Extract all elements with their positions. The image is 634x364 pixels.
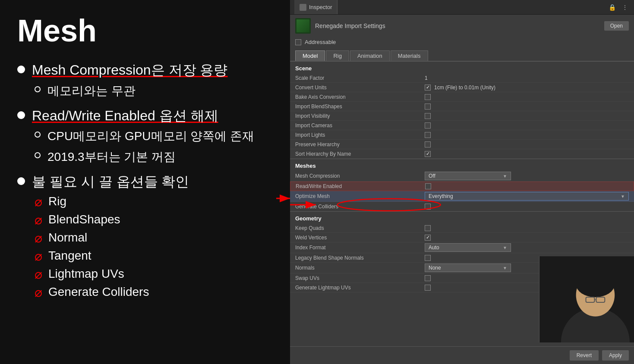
bullet-list: Mesh Compression은 저장 용량 메모리와는 무관 Read/Wr…	[17, 61, 273, 299]
value-import-visibility	[425, 113, 629, 119]
bullet-text-2: Read/Write Enabled 옵션 해제	[32, 107, 273, 125]
value-scale-factor: 1	[425, 75, 629, 81]
tab-model[interactable]: Model	[295, 50, 325, 61]
row-import-cameras: Import Cameras	[290, 121, 634, 130]
label-scale-factor: Scale Factor	[295, 75, 425, 81]
row-scale-factor: Scale Factor 1	[290, 73, 634, 83]
checkbox-import-blendshapes[interactable]	[425, 104, 431, 110]
checkbox-generate-lightmap-uvs[interactable]	[425, 285, 431, 291]
checkbox-legacy-blend-normals[interactable]	[425, 255, 431, 261]
dropdown-index-format-text: Auto	[429, 245, 439, 251]
dropdown-index-format[interactable]: Auto ▼	[425, 243, 511, 252]
checkbox-import-visibility[interactable]	[425, 113, 431, 119]
label-preserve-hierarchy: Preserve Hierarchy	[295, 141, 425, 147]
open-button[interactable]: Open	[604, 21, 629, 31]
revert-button[interactable]: Revert	[570, 350, 599, 361]
row-optimize-mesh: Optimize Mesh Everything ▼	[290, 191, 634, 202]
sub-circle-2-1	[35, 132, 41, 138]
inspector-lock-btn[interactable]: 🔒	[607, 3, 618, 12]
strike-icon-rig: ⌀	[35, 195, 42, 208]
tab-materials[interactable]: Materials	[391, 50, 428, 61]
label-import-lights: Import Lights	[295, 132, 425, 138]
dropdown-normals[interactable]: None ▼	[425, 264, 511, 272]
strike-icon-normal: ⌀	[35, 232, 42, 245]
bottom-bar: Revert Apply	[290, 346, 634, 364]
checkbox-read-write[interactable]	[425, 183, 431, 189]
checkbox-generate-colliders[interactable]	[425, 204, 431, 210]
row-mesh-compression: Mesh Compression Off ▼	[290, 171, 634, 182]
value-bake-axis	[425, 94, 629, 100]
checkbox-import-lights[interactable]	[425, 132, 431, 138]
dropdown-optimize-mesh[interactable]: Everything ▼	[425, 192, 629, 201]
inspector-tab[interactable]: Inspector	[294, 0, 338, 14]
addressable-row: Addressable	[290, 37, 634, 49]
value-mesh-compression: Off ▼	[425, 172, 629, 180]
label-bake-axis: Bake Axis Conversion	[295, 94, 425, 100]
strike-icon-blendshapes: ⌀	[35, 213, 42, 226]
svg-point-4	[576, 271, 615, 297]
inspector-menu-btn[interactable]: ⋮	[620, 3, 630, 12]
strike-icon-lightmap: ⌀	[35, 268, 42, 281]
bullet-dot-1	[17, 66, 25, 73]
strike-item-tangent: ⌀ Tangent	[35, 249, 273, 263]
section-scene: Scene	[290, 61, 634, 73]
label-optimize-mesh: Optimize Mesh	[295, 193, 425, 199]
inspector-tab-bar: Inspector 🔒 ⋮	[290, 0, 634, 15]
right-panel: Inspector 🔒 ⋮ Renegade Import Settings O…	[290, 0, 634, 364]
checkbox-sort-hierarchy[interactable]	[425, 151, 431, 157]
strike-item-normal: ⌀ Normal	[35, 231, 273, 245]
checkbox-preserve-hierarchy[interactable]	[425, 141, 431, 147]
label-index-format: Index Format	[295, 245, 425, 251]
section-meshes: Meshes	[290, 159, 634, 171]
label-mesh-compression: Mesh Compression	[295, 173, 425, 179]
checkbox-keep-quads[interactable]	[425, 225, 431, 231]
label-read-write: Read/Write Enabled	[296, 183, 425, 189]
sub-circle-1-1	[35, 86, 41, 92]
inspector-tab-icon	[300, 4, 306, 11]
strike-icon-colliders: ⌀	[35, 286, 42, 299]
strike-item-rig: ⌀ Rig	[35, 195, 273, 208]
bullet-text-1: Mesh Compression은 저장 용량	[32, 61, 273, 79]
webcam-person	[539, 256, 634, 342]
inspector-tab-label: Inspector	[309, 4, 332, 10]
row-convert-units: Convert Units 1cm (File) to 0.01m (Unity…	[290, 83, 634, 92]
inspector-actions: 🔒 ⋮	[607, 3, 630, 12]
section-geometry: Geometry	[290, 211, 634, 223]
value-optimize-mesh: Everything ▼	[425, 192, 629, 201]
tab-rig[interactable]: Rig	[326, 50, 349, 61]
apply-button[interactable]: Apply	[602, 350, 629, 361]
value-weld-vertices	[425, 235, 629, 241]
import-title: Renegade Import Settings	[315, 22, 600, 29]
row-weld-vertices: Weld Vertices	[290, 233, 634, 242]
label-legacy-blend-normals: Legacy Blend Shape Normals	[295, 255, 425, 261]
dropdown-mesh-compression[interactable]: Off ▼	[425, 172, 511, 180]
strike-item-lightmap: ⌀ Lightmap UVs	[35, 267, 273, 281]
left-panel: Mesh Mesh Compression은 저장 용량 메모리와는 무관 Re…	[0, 0, 290, 364]
value-generate-colliders	[425, 204, 629, 210]
strike-icon-tangent: ⌀	[35, 250, 42, 263]
checkbox-bake-axis[interactable]	[425, 94, 431, 100]
value-sort-hierarchy	[425, 151, 629, 157]
checkbox-weld-vertices[interactable]	[425, 235, 431, 241]
strike-text-normal: Normal	[48, 231, 87, 245]
label-keep-quads: Keep Quads	[295, 225, 425, 231]
main-title: Mesh	[17, 13, 273, 48]
row-preserve-hierarchy: Preserve Hierarchy	[290, 140, 634, 149]
tab-animation[interactable]: Animation	[350, 50, 390, 61]
value-index-format: Auto ▼	[425, 243, 629, 252]
row-import-blendshapes: Import BlendShapes	[290, 102, 634, 111]
checkbox-import-cameras[interactable]	[425, 122, 431, 129]
tab-bar: Model Rig Animation Materials	[290, 49, 634, 61]
checkbox-convert-units[interactable]	[425, 85, 431, 91]
checkbox-swap-uvs[interactable]	[425, 275, 431, 281]
label-import-cameras: Import Cameras	[295, 122, 425, 129]
addressable-checkbox[interactable]	[295, 39, 301, 45]
strike-item-colliders: ⌀ Generate Colliders	[35, 285, 273, 299]
sub-circle-2-2	[35, 152, 41, 158]
row-generate-colliders: Generate Colliders	[290, 202, 634, 211]
sub-item-2-1: CPU메모리와 GPU메모리 양쪽에 존재	[35, 128, 273, 144]
dropdown-index-format-arrow: ▼	[503, 245, 507, 250]
sub-text-2-2: 2019.3부터는 기본 꺼짐	[47, 149, 176, 165]
strike-item-blendshapes: ⌀ BlendShapes	[35, 213, 273, 226]
value-convert-units: 1cm (File) to 0.01m (Unity)	[425, 85, 629, 91]
